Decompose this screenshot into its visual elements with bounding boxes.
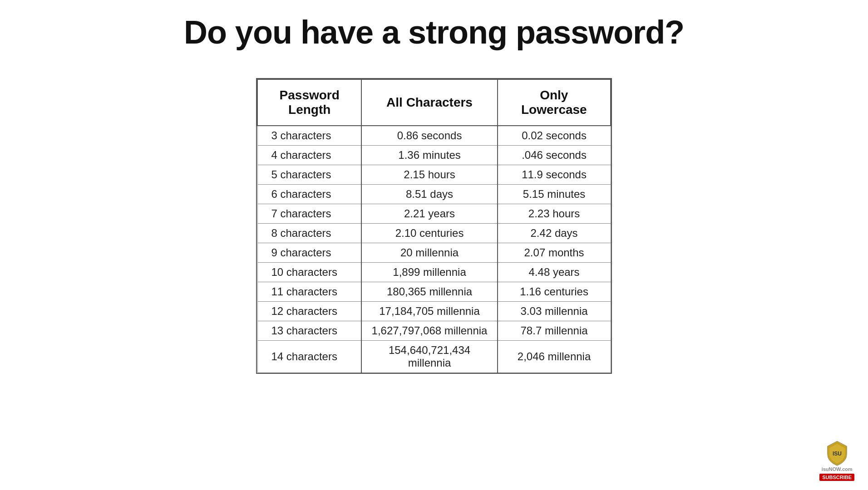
logo-shield-icon: ISU: [824, 439, 851, 466]
cell-lowercase: 5.15 minutes: [498, 185, 611, 204]
table-row: 11 characters180,365 millennia1.16 centu…: [257, 282, 611, 302]
cell-lowercase: 0.02 seconds: [498, 126, 611, 146]
cell-all-chars: 2.21 years: [361, 204, 497, 224]
table-row: 12 characters17,184,705 millennia3.03 mi…: [257, 302, 611, 321]
table-row: 5 characters2.15 hours11.9 seconds: [257, 165, 611, 185]
subscribe-badge[interactable]: SUBSCRIBE: [819, 474, 854, 481]
cell-password-length: 14 characters: [257, 341, 361, 373]
cell-password-length: 5 characters: [257, 165, 361, 185]
table-row: 14 characters154,640,721,434 millennia2,…: [257, 341, 611, 373]
cell-password-length: 6 characters: [257, 185, 361, 204]
table-row: 6 characters8.51 days5.15 minutes: [257, 185, 611, 204]
password-strength-table: Password Length All Characters Only Lowe…: [257, 79, 611, 373]
cell-lowercase: .046 seconds: [498, 146, 611, 165]
cell-all-chars: 20 millennia: [361, 243, 497, 263]
table-row: 8 characters2.10 centuries2.42 days: [257, 224, 611, 243]
cell-lowercase: 78.7 millennia: [498, 321, 611, 341]
cell-password-length: 12 characters: [257, 302, 361, 321]
table-row: 7 characters2.21 years2.23 hours: [257, 204, 611, 224]
logo-text: isuNOW.com: [822, 466, 853, 472]
logo-area: ISU isuNOW.com SUBSCRIBE: [819, 439, 854, 481]
svg-text:ISU: ISU: [833, 451, 842, 457]
cell-all-chars: 154,640,721,434 millennia: [361, 341, 497, 373]
cell-lowercase: 2.07 months: [498, 243, 611, 263]
cell-password-length: 11 characters: [257, 282, 361, 302]
table-row: 9 characters20 millennia2.07 months: [257, 243, 611, 263]
cell-password-length: 10 characters: [257, 263, 361, 282]
table-row: 13 characters1,627,797,068 millennia78.7…: [257, 321, 611, 341]
cell-lowercase: 2.42 days: [498, 224, 611, 243]
cell-lowercase: 1.16 centuries: [498, 282, 611, 302]
table-row: 4 characters1.36 minutes.046 seconds: [257, 146, 611, 165]
cell-all-chars: 2.10 centuries: [361, 224, 497, 243]
cell-password-length: 8 characters: [257, 224, 361, 243]
cell-all-chars: 1.36 minutes: [361, 146, 497, 165]
cell-all-chars: 2.15 hours: [361, 165, 497, 185]
header-all-characters: All Characters: [361, 79, 497, 126]
cell-all-chars: 8.51 days: [361, 185, 497, 204]
cell-all-chars: 180,365 millennia: [361, 282, 497, 302]
cell-all-chars: 0.86 seconds: [361, 126, 497, 146]
cell-all-chars: 17,184,705 millennia: [361, 302, 497, 321]
page-title: Do you have a strong password?: [184, 14, 684, 51]
table-row: 3 characters0.86 seconds0.02 seconds: [257, 126, 611, 146]
table-body: 3 characters0.86 seconds0.02 seconds4 ch…: [257, 126, 611, 373]
cell-lowercase: 2.23 hours: [498, 204, 611, 224]
header-password-length: Password Length: [257, 79, 361, 126]
header-only-lowercase: Only Lowercase: [498, 79, 611, 126]
cell-lowercase: 3.03 millennia: [498, 302, 611, 321]
cell-all-chars: 1,899 millennia: [361, 263, 497, 282]
cell-password-length: 13 characters: [257, 321, 361, 341]
cell-lowercase: 2,046 millennia: [498, 341, 611, 373]
cell-password-length: 7 characters: [257, 204, 361, 224]
password-table-wrapper: Password Length All Characters Only Lowe…: [256, 78, 612, 374]
cell-all-chars: 1,627,797,068 millennia: [361, 321, 497, 341]
table-row: 10 characters1,899 millennia4.48 years: [257, 263, 611, 282]
cell-password-length: 9 characters: [257, 243, 361, 263]
cell-lowercase: 11.9 seconds: [498, 165, 611, 185]
cell-password-length: 4 characters: [257, 146, 361, 165]
cell-password-length: 3 characters: [257, 126, 361, 146]
table-header-row: Password Length All Characters Only Lowe…: [257, 79, 611, 126]
cell-lowercase: 4.48 years: [498, 263, 611, 282]
